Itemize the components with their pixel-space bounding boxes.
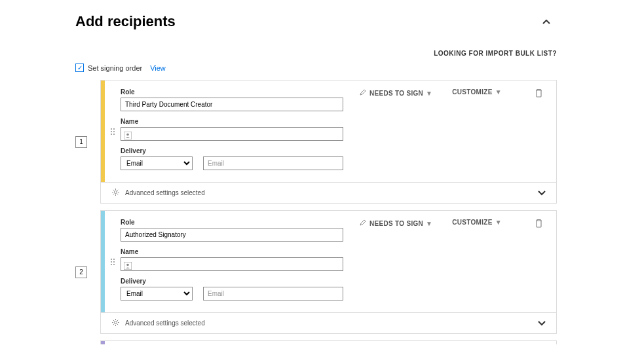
role-input[interactable] <box>121 228 343 242</box>
pen-icon <box>359 219 367 228</box>
svg-point-12 <box>113 261 115 263</box>
role-input[interactable] <box>121 98 343 111</box>
pen-icon <box>359 88 367 98</box>
advanced-settings-label: Advanced settings selected <box>125 319 205 327</box>
recipient-card: Role Name Delivery <box>100 210 557 334</box>
recipient-order-number[interactable]: 1 <box>75 136 87 148</box>
advanced-settings-label: Advanced settings selected <box>125 189 205 196</box>
contact-icon[interactable] <box>124 130 132 138</box>
signing-order-checkbox[interactable]: ✓ <box>75 64 84 72</box>
advanced-settings-row[interactable]: Advanced settings selected <box>101 182 556 203</box>
customize-dropdown[interactable]: CUSTOMIZE ▼ <box>452 88 502 96</box>
svg-point-9 <box>111 259 112 260</box>
view-signing-order-link[interactable]: View <box>150 64 166 72</box>
name-input[interactable] <box>121 257 343 271</box>
chevron-down-icon: ▼ <box>426 220 432 227</box>
email-input[interactable] <box>203 156 343 170</box>
collapse-section-icon[interactable] <box>542 16 550 27</box>
name-label: Name <box>121 248 343 255</box>
svg-point-7 <box>126 133 129 136</box>
name-label: Name <box>121 118 343 125</box>
chevron-down-icon: ▼ <box>426 90 432 97</box>
trash-icon <box>535 219 543 230</box>
customize-label: CUSTOMIZE <box>452 88 492 96</box>
import-bulk-list-link[interactable]: LOOKING FOR IMPORT BULK LIST? <box>75 50 557 57</box>
signing-order-label: Set signing order <box>88 64 142 72</box>
customize-dropdown[interactable]: CUSTOMIZE ▼ <box>452 219 502 226</box>
email-input[interactable] <box>203 287 343 300</box>
delivery-label: Delivery <box>121 147 343 155</box>
gear-icon <box>111 318 120 328</box>
chevron-down-icon <box>538 189 546 198</box>
svg-point-11 <box>111 261 112 263</box>
name-input[interactable] <box>121 127 343 141</box>
chevron-down-icon <box>538 319 546 328</box>
recipient-card <box>100 340 557 344</box>
svg-point-3 <box>113 131 115 132</box>
chevron-down-icon: ▼ <box>495 219 502 226</box>
svg-point-14 <box>113 264 115 265</box>
chevron-down-icon: ▼ <box>495 88 502 96</box>
needs-to-sign-label: NEEDS TO SIGN <box>369 90 423 97</box>
delivery-label: Delivery <box>121 278 343 285</box>
advanced-settings-row[interactable]: Advanced settings selected <box>101 312 556 333</box>
delivery-select[interactable]: Email <box>121 156 193 170</box>
svg-point-5 <box>113 134 115 135</box>
gear-icon <box>111 188 120 198</box>
drag-handle-icon[interactable] <box>105 81 121 182</box>
svg-point-0 <box>111 128 112 130</box>
recipient-order-number[interactable]: 2 <box>75 266 87 278</box>
svg-point-8 <box>115 191 117 194</box>
page-title: Add recipients <box>75 13 176 30</box>
svg-point-17 <box>115 321 117 324</box>
drag-handle-icon[interactable] <box>105 211 121 312</box>
needs-to-sign-label: NEEDS TO SIGN <box>369 220 423 227</box>
role-label: Role <box>121 88 343 96</box>
svg-point-13 <box>111 264 112 265</box>
svg-point-4 <box>111 134 112 135</box>
role-label: Role <box>121 219 343 226</box>
svg-point-2 <box>111 131 112 132</box>
delete-recipient-button[interactable] <box>535 88 546 100</box>
contact-icon[interactable] <box>124 261 132 268</box>
svg-point-16 <box>126 263 129 266</box>
needs-to-sign-dropdown[interactable]: NEEDS TO SIGN ▼ <box>359 219 432 228</box>
delete-recipient-button[interactable] <box>535 219 546 230</box>
recipient-color-bar <box>101 341 105 344</box>
svg-point-1 <box>113 128 115 130</box>
delivery-select[interactable]: Email <box>121 287 193 300</box>
svg-point-10 <box>113 259 115 260</box>
customize-label: CUSTOMIZE <box>452 219 492 226</box>
recipient-card: Role Name Delivery <box>100 80 557 204</box>
trash-icon <box>535 88 543 100</box>
needs-to-sign-dropdown[interactable]: NEEDS TO SIGN ▼ <box>359 88 432 98</box>
